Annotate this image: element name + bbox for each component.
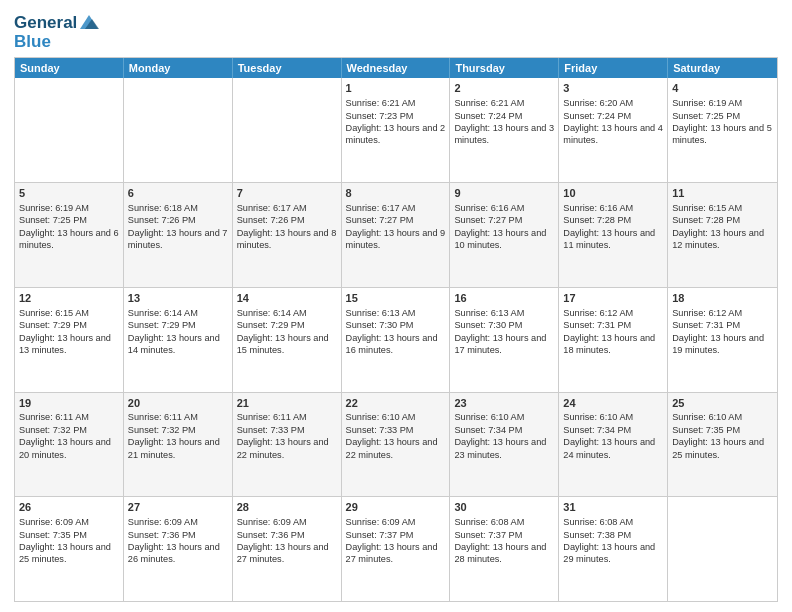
sunrise-text: Sunrise: 6:09 AM (128, 517, 198, 527)
day-number: 13 (128, 291, 228, 306)
sunset-text: Sunset: 7:32 PM (19, 425, 87, 435)
day-number: 26 (19, 500, 119, 515)
day-header-sunday: Sunday (15, 58, 124, 78)
day-header-wednesday: Wednesday (342, 58, 451, 78)
sunset-text: Sunset: 7:31 PM (672, 320, 740, 330)
sunrise-text: Sunrise: 6:17 AM (346, 203, 416, 213)
day-cell-31: 31Sunrise: 6:08 AMSunset: 7:38 PMDayligh… (559, 497, 668, 601)
day-cell-26: 26Sunrise: 6:09 AMSunset: 7:35 PMDayligh… (15, 497, 124, 601)
day-number: 9 (454, 186, 554, 201)
sunrise-text: Sunrise: 6:14 AM (237, 308, 307, 318)
sunset-text: Sunset: 7:28 PM (672, 215, 740, 225)
day-cell-2: 2Sunrise: 6:21 AMSunset: 7:24 PMDaylight… (450, 78, 559, 182)
day-number: 22 (346, 396, 446, 411)
day-cell-27: 27Sunrise: 6:09 AMSunset: 7:36 PMDayligh… (124, 497, 233, 601)
sunrise-text: Sunrise: 6:10 AM (672, 412, 742, 422)
daylight-text: Daylight: 13 hours and 25 minutes. (672, 437, 764, 459)
day-header-tuesday: Tuesday (233, 58, 342, 78)
logo: General Blue (14, 14, 100, 51)
sunset-text: Sunset: 7:27 PM (454, 215, 522, 225)
daylight-text: Daylight: 13 hours and 22 minutes. (237, 437, 329, 459)
day-number: 31 (563, 500, 663, 515)
sunrise-text: Sunrise: 6:20 AM (563, 98, 633, 108)
day-number: 8 (346, 186, 446, 201)
daylight-text: Daylight: 13 hours and 3 minutes. (454, 123, 554, 145)
sunrise-text: Sunrise: 6:08 AM (454, 517, 524, 527)
sunset-text: Sunset: 7:36 PM (237, 530, 305, 540)
calendar-body: 1Sunrise: 6:21 AMSunset: 7:23 PMDaylight… (15, 78, 777, 601)
daylight-text: Daylight: 13 hours and 27 minutes. (237, 542, 329, 564)
day-header-saturday: Saturday (668, 58, 777, 78)
day-number: 11 (672, 186, 773, 201)
day-cell-30: 30Sunrise: 6:08 AMSunset: 7:37 PMDayligh… (450, 497, 559, 601)
day-cell-1: 1Sunrise: 6:21 AMSunset: 7:23 PMDaylight… (342, 78, 451, 182)
sunset-text: Sunset: 7:30 PM (346, 320, 414, 330)
sunset-text: Sunset: 7:34 PM (563, 425, 631, 435)
day-cell-18: 18Sunrise: 6:12 AMSunset: 7:31 PMDayligh… (668, 288, 777, 392)
sunset-text: Sunset: 7:24 PM (454, 111, 522, 121)
sunset-text: Sunset: 7:29 PM (237, 320, 305, 330)
day-number: 3 (563, 81, 663, 96)
day-cell-9: 9Sunrise: 6:16 AMSunset: 7:27 PMDaylight… (450, 183, 559, 287)
day-number: 27 (128, 500, 228, 515)
sunrise-text: Sunrise: 6:16 AM (454, 203, 524, 213)
sunrise-text: Sunrise: 6:08 AM (563, 517, 633, 527)
daylight-text: Daylight: 13 hours and 16 minutes. (346, 333, 438, 355)
logo-text: General (14, 14, 77, 33)
day-cell-15: 15Sunrise: 6:13 AMSunset: 7:30 PMDayligh… (342, 288, 451, 392)
day-header-monday: Monday (124, 58, 233, 78)
sunrise-text: Sunrise: 6:10 AM (346, 412, 416, 422)
calendar-week-3: 12Sunrise: 6:15 AMSunset: 7:29 PMDayligh… (15, 288, 777, 393)
daylight-text: Daylight: 13 hours and 27 minutes. (346, 542, 438, 564)
day-number: 6 (128, 186, 228, 201)
sunset-text: Sunset: 7:29 PM (128, 320, 196, 330)
day-number: 4 (672, 81, 773, 96)
sunset-text: Sunset: 7:32 PM (128, 425, 196, 435)
day-number: 10 (563, 186, 663, 201)
sunset-text: Sunset: 7:38 PM (563, 530, 631, 540)
sunset-text: Sunset: 7:28 PM (563, 215, 631, 225)
daylight-text: Daylight: 13 hours and 24 minutes. (563, 437, 655, 459)
sunrise-text: Sunrise: 6:16 AM (563, 203, 633, 213)
sunset-text: Sunset: 7:26 PM (128, 215, 196, 225)
page: General Blue SundayMondayTuesdayWednesda… (0, 0, 792, 612)
daylight-text: Daylight: 13 hours and 10 minutes. (454, 228, 546, 250)
daylight-text: Daylight: 13 hours and 29 minutes. (563, 542, 655, 564)
daylight-text: Daylight: 13 hours and 19 minutes. (672, 333, 764, 355)
day-number: 29 (346, 500, 446, 515)
logo-blue: Blue (14, 33, 100, 52)
header: General Blue (14, 10, 778, 51)
day-number: 1 (346, 81, 446, 96)
daylight-text: Daylight: 13 hours and 8 minutes. (237, 228, 337, 250)
daylight-text: Daylight: 13 hours and 2 minutes. (346, 123, 446, 145)
sunrise-text: Sunrise: 6:15 AM (672, 203, 742, 213)
day-number: 21 (237, 396, 337, 411)
calendar-week-2: 5Sunrise: 6:19 AMSunset: 7:25 PMDaylight… (15, 183, 777, 288)
sunset-text: Sunset: 7:25 PM (19, 215, 87, 225)
day-number: 25 (672, 396, 773, 411)
day-cell-17: 17Sunrise: 6:12 AMSunset: 7:31 PMDayligh… (559, 288, 668, 392)
calendar: SundayMondayTuesdayWednesdayThursdayFrid… (14, 57, 778, 602)
day-number: 20 (128, 396, 228, 411)
day-cell-4: 4Sunrise: 6:19 AMSunset: 7:25 PMDaylight… (668, 78, 777, 182)
day-cell-empty (124, 78, 233, 182)
day-number: 14 (237, 291, 337, 306)
day-cell-empty (668, 497, 777, 601)
day-cell-28: 28Sunrise: 6:09 AMSunset: 7:36 PMDayligh… (233, 497, 342, 601)
day-cell-3: 3Sunrise: 6:20 AMSunset: 7:24 PMDaylight… (559, 78, 668, 182)
sunrise-text: Sunrise: 6:10 AM (454, 412, 524, 422)
daylight-text: Daylight: 13 hours and 26 minutes. (128, 542, 220, 564)
sunset-text: Sunset: 7:25 PM (672, 111, 740, 121)
sunset-text: Sunset: 7:31 PM (563, 320, 631, 330)
sunrise-text: Sunrise: 6:19 AM (19, 203, 89, 213)
sunrise-text: Sunrise: 6:12 AM (563, 308, 633, 318)
sunrise-text: Sunrise: 6:10 AM (563, 412, 633, 422)
sunrise-text: Sunrise: 6:12 AM (672, 308, 742, 318)
daylight-text: Daylight: 13 hours and 28 minutes. (454, 542, 546, 564)
calendar-header: SundayMondayTuesdayWednesdayThursdayFrid… (15, 58, 777, 78)
sunset-text: Sunset: 7:35 PM (672, 425, 740, 435)
sunset-text: Sunset: 7:37 PM (346, 530, 414, 540)
sunset-text: Sunset: 7:23 PM (346, 111, 414, 121)
sunset-text: Sunset: 7:27 PM (346, 215, 414, 225)
day-cell-24: 24Sunrise: 6:10 AMSunset: 7:34 PMDayligh… (559, 393, 668, 497)
